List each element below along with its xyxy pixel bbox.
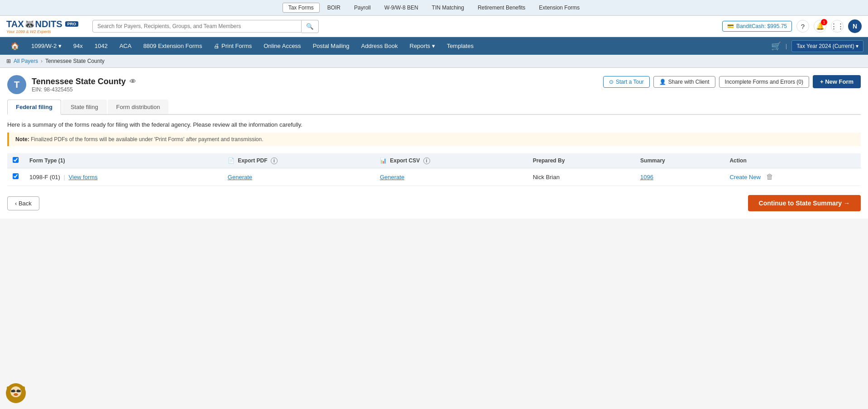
- bandit-cash-label: BanditCash: $995.75: [736, 23, 787, 29]
- header-summary: Summary: [635, 153, 724, 168]
- nav-8809[interactable]: 8809 Extension Forms: [137, 38, 208, 54]
- nav-templates[interactable]: Templates: [441, 38, 480, 54]
- breadcrumb: ⊞ All Payers › Tennessee State County: [0, 55, 868, 68]
- delete-button[interactable]: 🗑: [766, 173, 773, 181]
- logo-text: TAX🦝NDITS: [6, 19, 62, 29]
- nav-reports[interactable]: Reports ▾: [404, 38, 441, 54]
- tax-year-selector[interactable]: Tax Year 2024 (Current) ▾: [791, 40, 863, 52]
- tour-icon: ⊙: [609, 79, 614, 85]
- tabs-left: Federal filing State filing Form distrib…: [7, 100, 168, 114]
- header-export-csv: 📊 Export CSV i: [374, 153, 528, 168]
- csv-icon: 📊: [380, 157, 387, 164]
- notification-badge: 1: [821, 19, 827, 25]
- nav-home[interactable]: 🏠: [5, 37, 25, 55]
- top-nav-payroll[interactable]: Payroll: [348, 3, 377, 13]
- tab-form-distribution[interactable]: Form distribution: [108, 100, 169, 114]
- logo-title[interactable]: TAX🦝NDITS PRO: [6, 19, 78, 29]
- breadcrumb-grid-icon: ⊞: [6, 58, 11, 64]
- main-nav: 🏠 1099/W-2 ▾ 94x 1042 ACA 8809 Extension…: [0, 37, 868, 55]
- nav-aca[interactable]: ACA: [114, 38, 138, 54]
- forms-table: Form Type (1) 📄 Export PDF i 📊 Export CS…: [7, 153, 861, 186]
- header-prepared-by: Prepared By: [528, 153, 635, 168]
- incomplete-forms-button[interactable]: Incomplete Forms and Errors (0): [719, 76, 809, 88]
- share-icon: 👤: [659, 79, 666, 85]
- cart-icon[interactable]: 🛒: [771, 41, 781, 51]
- top-nav-boir[interactable]: BOIR: [321, 3, 346, 13]
- tabs-row: Federal filing State filing Form distrib…: [7, 100, 861, 115]
- bottom-actions: ‹ Back Continue to State Summary →: [7, 195, 861, 211]
- create-new-button[interactable]: Create New: [729, 174, 761, 181]
- tab-state-filing[interactable]: State filing: [62, 100, 107, 114]
- tab-federal-filing[interactable]: Federal filing: [7, 100, 61, 115]
- generate-csv-link[interactable]: Generate: [380, 174, 404, 181]
- new-form-button[interactable]: + New Form: [813, 75, 861, 88]
- payer-visibility-icon[interactable]: 👁: [129, 78, 136, 85]
- nav-address-book[interactable]: Address Book: [355, 38, 404, 54]
- generate-pdf-link[interactable]: Generate: [228, 174, 252, 181]
- search-button[interactable]: 🔍: [302, 20, 319, 33]
- payer-avatar: T: [7, 75, 26, 94]
- row-prepared-by: Nick Brian: [528, 168, 635, 186]
- notification-button[interactable]: 🔔 1: [814, 20, 826, 33]
- payer-name: Tennessee State County 👁: [32, 77, 136, 86]
- export-csv-info-icon[interactable]: i: [423, 157, 430, 164]
- nav-94x[interactable]: 94x: [67, 38, 89, 54]
- apps-button[interactable]: ⋮⋮: [831, 20, 844, 33]
- nav-online-access[interactable]: Online Access: [258, 38, 307, 54]
- search-input[interactable]: [92, 20, 302, 33]
- start-tour-button[interactable]: ⊙ Start a Tour: [603, 76, 650, 88]
- row-action: Create New 🗑: [724, 168, 861, 186]
- top-nav-extension[interactable]: Extension Forms: [533, 3, 585, 13]
- header-form-type: Form Type (1): [24, 153, 222, 168]
- row-checkbox-col: [7, 168, 24, 186]
- note-prefix: Note:: [15, 136, 29, 143]
- export-pdf-info-icon[interactable]: i: [271, 157, 278, 164]
- logo-sub: Your 1099 & W2 Experts: [6, 29, 51, 34]
- logo-bar: TAX🦝NDITS PRO Your 1099 & W2 Experts 🔍 💳…: [0, 16, 868, 37]
- top-nav: Tax Forms BOIR Payroll W-9/W-8 BEN TIN M…: [0, 0, 868, 16]
- back-button[interactable]: ‹ Back: [7, 196, 39, 210]
- top-nav-w9[interactable]: W-9/W-8 BEN: [379, 3, 424, 13]
- top-nav-tax-forms[interactable]: Tax Forms: [283, 3, 320, 13]
- search-bar: 🔍: [92, 20, 319, 33]
- summary-1096-link[interactable]: 1096: [640, 174, 653, 181]
- bandit-cash-icon: 💳: [727, 23, 734, 29]
- top-nav-tin[interactable]: TIN Matching: [426, 3, 470, 13]
- help-button[interactable]: ?: [796, 20, 809, 33]
- row-summary: 1096: [635, 168, 724, 186]
- row-form-type: 1098-F (01) | View forms: [24, 168, 222, 186]
- nav-right: 🛒 | Tax Year 2024 (Current) ▾: [771, 40, 863, 52]
- share-client-button[interactable]: 👤 Share with Client: [653, 76, 715, 88]
- logo-badge: PRO: [65, 21, 79, 27]
- nav-1042[interactable]: 1042: [89, 38, 114, 54]
- logo-area: TAX🦝NDITS PRO Your 1099 & W2 Experts: [6, 19, 79, 34]
- table-row: 1098-F (01) | View forms Generate Genera…: [7, 168, 861, 186]
- row-checkbox[interactable]: [13, 173, 19, 179]
- nav-1099[interactable]: 1099/W-2 ▾: [25, 38, 67, 54]
- view-forms-link[interactable]: View forms: [69, 174, 98, 181]
- continue-button[interactable]: Continue to State Summary →: [748, 195, 861, 211]
- select-all-checkbox[interactable]: [13, 157, 19, 163]
- note-text: Finalized PDFs of the forms will be avai…: [31, 136, 263, 143]
- pdf-icon: 📄: [228, 157, 235, 164]
- row-export-csv: Generate: [374, 168, 528, 186]
- summary-text: Here is a summary of the forms ready for…: [7, 121, 861, 128]
- top-nav-retirement[interactable]: Retirement Benefits: [472, 3, 531, 13]
- row-export-pdf: Generate: [222, 168, 374, 186]
- nav-print-forms[interactable]: 🖨 Print Forms: [208, 38, 258, 54]
- note-box: Note: Finalized PDFs of the forms will b…: [7, 133, 861, 146]
- nav-postal-mailing[interactable]: Postal Mailing: [307, 38, 355, 54]
- main-content: T Tennessee State County 👁 EIN: 98-43254…: [0, 68, 868, 219]
- top-right-actions: 💳 BanditCash: $995.75 ? 🔔 1 ⋮⋮ N: [722, 19, 862, 33]
- header-action: Action: [724, 153, 861, 168]
- bandit-cash-button[interactable]: 💳 BanditCash: $995.75: [722, 21, 792, 32]
- payer-actions: ⊙ Start a Tour 👤 Share with Client Incom…: [603, 75, 861, 88]
- header-checkbox-col: [7, 153, 24, 168]
- header-export-pdf: 📄 Export PDF i: [222, 153, 374, 168]
- payer-info: Tennessee State County 👁 EIN: 98-4325455: [32, 77, 136, 93]
- breadcrumb-all-payers[interactable]: All Payers: [14, 58, 38, 64]
- payer-ein: EIN: 98-4325455: [32, 86, 136, 93]
- breadcrumb-current: Tennessee State County: [45, 58, 105, 64]
- breadcrumb-sep: ›: [41, 58, 43, 64]
- avatar[interactable]: N: [848, 19, 862, 33]
